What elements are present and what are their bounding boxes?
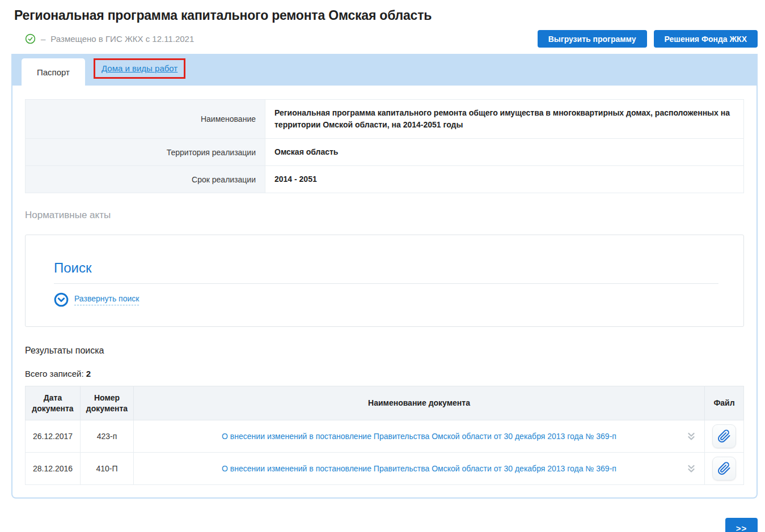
attr-row-territory: Территория реализации Омская область — [26, 139, 744, 166]
program-panel: Паспорт Дома и виды работ Наименование Р… — [11, 54, 758, 499]
status-text: Размещено в ГИС ЖКХ с 12.11.2021 — [50, 34, 194, 44]
header-buttons: Выгрузить программу Решения Фонда ЖКХ — [538, 30, 758, 48]
doc-file-cell — [705, 453, 744, 485]
column-header-number: Номер документа — [81, 386, 134, 420]
column-header-file: Файл — [705, 386, 744, 420]
fund-decisions-button[interactable]: Решения Фонда ЖКХ — [654, 30, 758, 48]
doc-number-cell: 423-п — [81, 420, 134, 453]
doc-name-cell: О внесении изменений в постановление Пра… — [134, 453, 705, 485]
doc-date-cell: 26.12.2017 — [26, 420, 81, 453]
search-results-heading: Результаты поиска — [25, 346, 744, 356]
tab-bar: Паспорт Дома и виды работ — [11, 54, 758, 86]
total-records-value: 2 — [86, 369, 91, 378]
attr-value: 2014 - 2051 — [265, 166, 744, 193]
paperclip-icon[interactable] — [712, 457, 736, 480]
attr-label: Наименование — [26, 100, 265, 139]
search-divider — [54, 283, 718, 284]
tab-passport[interactable]: Паспорт — [22, 58, 85, 86]
annotation-highlight-box: Дома и виды работ — [94, 58, 185, 79]
export-program-button[interactable]: Выгрузить программу — [538, 30, 647, 48]
chevron-down-circle-icon[interactable] — [54, 292, 69, 307]
status-dash: – — [41, 34, 45, 44]
documents-table: Дата документа Номер документа Наименова… — [25, 386, 744, 485]
header-row: – Размещено в ГИС ЖКХ с 12.11.2021 Выгру… — [14, 30, 758, 48]
panel-body: Наименование Региональная программа капи… — [11, 86, 758, 499]
doc-number-cell: 410-П — [81, 453, 134, 485]
paperclip-icon[interactable] — [712, 424, 736, 448]
table-row: 26.12.2017 423-п О внесении изменений в … — [26, 420, 744, 453]
column-header-date: Дата документа — [26, 386, 81, 420]
page-title: Региональная программа капитального ремо… — [14, 8, 758, 23]
doc-name-cell: О внесении изменений в постановление Пра… — [134, 420, 705, 453]
doc-file-cell — [705, 420, 744, 453]
attr-row-name: Наименование Региональная программа капи… — [26, 100, 744, 139]
footer-bar: >> — [0, 518, 758, 532]
normative-acts-heading: Нормативные акты — [25, 210, 744, 221]
double-chevron-down-icon[interactable] — [685, 430, 698, 442]
total-records-line: Всего записей: 2 — [25, 369, 744, 378]
next-page-button[interactable]: >> — [725, 518, 758, 532]
table-row: 28.12.2016 410-П О внесении изменений в … — [26, 453, 744, 485]
total-records-label: Всего записей: — [25, 369, 84, 378]
double-chevron-down-icon[interactable] — [685, 462, 698, 475]
attr-row-period: Срок реализации 2014 - 2051 — [26, 166, 744, 193]
search-box: Поиск Развернуть поиск — [25, 235, 744, 327]
attr-value: Региональная программа капитального ремо… — [265, 100, 744, 139]
document-link[interactable]: О внесении изменений в постановление Пра… — [222, 464, 616, 473]
attr-label: Срок реализации — [26, 166, 265, 193]
documents-table-header-row: Дата документа Номер документа Наименова… — [26, 386, 744, 420]
page-header: Региональная программа капитального ремо… — [0, 0, 765, 48]
document-link[interactable]: О внесении изменений в постановление Пра… — [222, 432, 616, 441]
expand-search-row: Развернуть поиск — [54, 292, 718, 307]
expand-search-link[interactable]: Развернуть поиск — [74, 294, 139, 305]
attr-label: Территория реализации — [26, 139, 265, 166]
check-circle-icon — [25, 33, 36, 44]
tab-houses-and-works[interactable]: Дома и виды работ — [102, 63, 177, 73]
program-attributes-table: Наименование Региональная программа капи… — [25, 99, 744, 193]
doc-date-cell: 28.12.2016 — [26, 453, 81, 485]
status-line: – Размещено в ГИС ЖКХ с 12.11.2021 — [25, 33, 194, 44]
column-header-name: Наименование документа — [134, 386, 705, 420]
attr-value: Омская область — [265, 139, 744, 166]
search-title: Поиск — [54, 260, 718, 276]
